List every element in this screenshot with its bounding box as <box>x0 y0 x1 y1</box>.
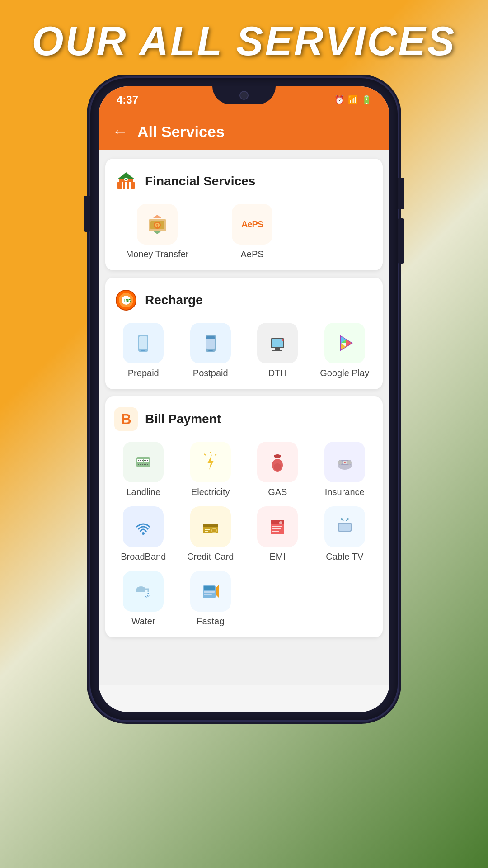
gas-label: GAS <box>268 487 287 497</box>
svg-point-7 <box>125 179 127 180</box>
service-item-prepaid[interactable]: Prepaid <box>114 323 173 378</box>
svg-rect-27 <box>272 350 282 351</box>
recharge-header: IND Recharge <box>114 288 374 312</box>
svg-line-51 <box>215 454 216 455</box>
service-item-aeps[interactable]: AePS AePS <box>209 204 295 259</box>
service-item-postpaid[interactable]: Postpaid <box>182 323 240 378</box>
financial-grid: ₹ Money Transfer AePS <box>114 204 295 259</box>
svg-rect-25 <box>272 339 283 347</box>
svg-rect-45 <box>142 464 143 465</box>
svg-point-60 <box>347 460 352 465</box>
svg-line-52 <box>204 454 206 455</box>
service-item-money-transfer[interactable]: ₹ Money Transfer <box>114 204 200 259</box>
financial-icon <box>114 170 138 193</box>
financial-services-card: Financial Services <box>105 159 383 270</box>
notch <box>212 86 276 104</box>
svg-point-78 <box>347 518 349 520</box>
service-item-googleplay[interactable]: Google Play <box>316 323 374 378</box>
bill-grid: Landline <box>114 442 374 627</box>
bill-payment-card: B Bill Payment <box>105 396 383 637</box>
emi-label: EMI <box>269 552 286 562</box>
service-item-gas[interactable]: GAS <box>249 442 307 497</box>
googleplay-label: Google Play <box>320 368 369 378</box>
fastag-icon-wrap <box>190 571 231 612</box>
creditcard-icon-wrap <box>190 506 231 547</box>
insurance-icon-wrap <box>324 442 365 482</box>
service-item-electricity[interactable]: Electricity <box>182 442 240 497</box>
volume-down-button[interactable] <box>398 218 404 264</box>
service-item-emi[interactable]: EMI <box>249 506 307 562</box>
back-button[interactable]: ← <box>112 122 128 141</box>
service-item-creditcard[interactable]: Credit-Card <box>182 506 240 562</box>
svg-rect-36 <box>144 459 149 462</box>
svg-rect-76 <box>339 524 351 531</box>
recharge-icon: IND <box>114 288 138 312</box>
bill-title: Bill Payment <box>145 412 221 426</box>
svg-point-59 <box>338 460 343 465</box>
empty-slot-1 <box>249 571 307 627</box>
svg-rect-19 <box>141 350 145 351</box>
svg-point-74 <box>279 521 282 524</box>
phone-wrapper: 4:37 ⏰ 📶 🔋 ← All Services <box>0 74 488 720</box>
prepaid-icon-wrap <box>123 323 164 363</box>
svg-marker-33 <box>346 340 352 347</box>
svg-rect-70 <box>271 520 284 524</box>
electricity-label: Electricity <box>191 487 230 497</box>
cabletv-label: Cable TV <box>326 552 363 562</box>
alarm-icon: ⏰ <box>334 95 344 105</box>
insurance-label: Insurance <box>325 487 365 497</box>
signal-icon: 📶 <box>348 95 358 105</box>
svg-rect-4 <box>125 182 127 189</box>
svg-rect-82 <box>204 586 215 590</box>
power-button[interactable] <box>84 196 90 232</box>
service-item-cabletv[interactable]: Cable TV <box>316 506 374 562</box>
svg-rect-42 <box>147 460 148 461</box>
fastag-label: Fastag <box>197 616 224 627</box>
electricity-icon-wrap <box>190 442 231 482</box>
water-label: Water <box>131 616 155 627</box>
page-wrapper: OUR ALL SERVICES 4:37 ⏰ 📶 🔋 <box>0 0 488 720</box>
aeps-text-icon: AePS <box>241 219 263 230</box>
service-item-insurance[interactable]: Insurance <box>316 442 374 497</box>
service-item-fastag[interactable]: Fastag <box>182 571 240 627</box>
svg-rect-84 <box>204 594 212 595</box>
dth-icon-wrap <box>257 323 298 363</box>
gas-icon-wrap <box>257 442 298 482</box>
service-item-broadband[interactable]: BroadBand <box>114 506 173 562</box>
googleplay-icon-wrap <box>324 323 365 363</box>
financial-header: Financial Services <box>114 170 374 193</box>
emi-icon-wrap <box>257 506 298 547</box>
empty-slot-2 <box>316 571 374 627</box>
service-item-dth[interactable]: DTH <box>249 323 307 378</box>
service-item-landline[interactable]: Landline <box>114 442 173 497</box>
landline-label: Landline <box>126 487 160 497</box>
svg-rect-38 <box>140 460 141 461</box>
broadband-label: BroadBand <box>121 552 166 562</box>
svg-rect-48 <box>147 464 148 465</box>
phone-screen: 4:37 ⏰ 📶 🔋 ← All Services <box>99 86 389 712</box>
volume-up-button[interactable] <box>398 178 404 209</box>
status-bar: 4:37 ⏰ 📶 🔋 <box>99 86 389 113</box>
prepaid-label: Prepaid <box>128 368 159 378</box>
bill-icon: B <box>114 407 138 431</box>
svg-rect-18 <box>139 336 147 349</box>
svg-rect-39 <box>142 460 143 461</box>
svg-rect-68 <box>212 529 216 532</box>
svg-rect-80 <box>136 589 145 592</box>
svg-point-28 <box>282 339 284 341</box>
svg-point-62 <box>344 462 346 463</box>
financial-title: Financial Services <box>145 174 255 189</box>
svg-rect-5 <box>129 182 131 189</box>
screen-content: Financial Services <box>99 150 389 685</box>
svg-point-56 <box>274 463 281 471</box>
svg-rect-65 <box>203 524 218 527</box>
creditcard-label: Credit-Card <box>187 552 234 562</box>
money-transfer-icon-wrap: ₹ <box>137 204 178 245</box>
status-icons: ⏰ 📶 🔋 <box>334 95 371 105</box>
svg-text:IND: IND <box>124 298 131 303</box>
status-time: 4:37 <box>117 94 138 106</box>
service-item-water[interactable]: Water <box>114 571 173 627</box>
aeps-icon-wrap: AePS <box>232 204 272 245</box>
svg-rect-3 <box>122 182 123 189</box>
svg-rect-26 <box>275 348 280 350</box>
